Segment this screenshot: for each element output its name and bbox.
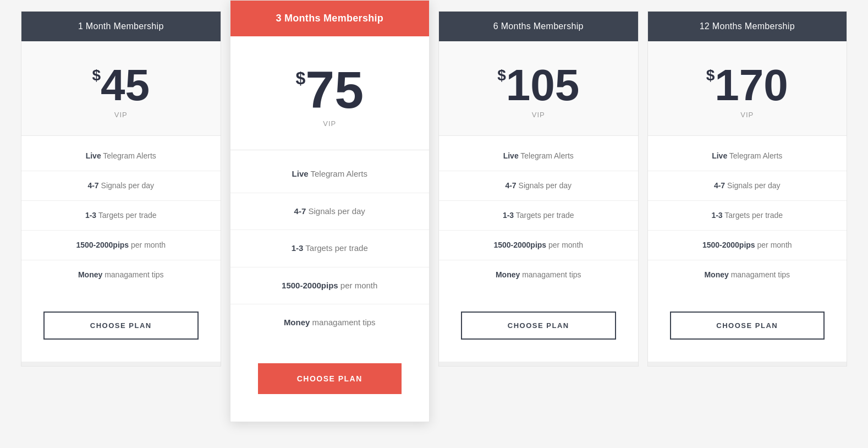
feature-text-3-months-2: Targets per trade (303, 243, 367, 253)
plan-card-3-months: 3 Months Membership$75VIPLive Telegram A… (230, 0, 430, 422)
feature-item-12-months-2: 1-3 Targets per trade (648, 201, 847, 231)
price-label-6-months: VIP (450, 111, 627, 119)
price-display-6-months: $105 (497, 63, 579, 107)
feature-text-3-months-0: Telegram Alerts (309, 169, 367, 178)
feature-item-6-months-0: Live Telegram Alerts (439, 141, 638, 171)
feature-item-1-month-2: 1-3 Targets per trade (21, 201, 221, 231)
feature-text-1-month-2: Targets per trade (96, 211, 156, 220)
feature-text-1-month-1: Signals per day (99, 181, 154, 190)
feature-text-6-months-4: managament tips (520, 270, 581, 279)
feature-bold-6-months-2: 1-3 (503, 211, 514, 220)
plan-price-section-6-months: $105VIP (439, 41, 638, 136)
feature-item-12-months-4: Money managament tips (648, 260, 847, 289)
choose-plan-button-3-months[interactable]: CHOOSE PLAN (258, 363, 402, 394)
feature-item-3-months-0: Live Telegram Alerts (230, 156, 430, 193)
plan-features-1-month: Live Telegram Alerts4-7 Signals per day1… (21, 136, 221, 295)
price-label-1-month: VIP (32, 111, 210, 119)
plan-cta-12-months: CHOOSE PLAN (648, 295, 847, 362)
feature-item-3-months-2: 1-3 Targets per trade (230, 230, 430, 267)
price-dollar-6-months: $ (497, 68, 506, 83)
price-amount-12-months: 170 (715, 63, 788, 107)
choose-plan-button-12-months[interactable]: CHOOSE PLAN (670, 312, 825, 340)
feature-bold-6-months-3: 1500-2000pips (493, 241, 546, 249)
feature-item-6-months-4: Money managament tips (439, 260, 638, 289)
feature-item-12-months-0: Live Telegram Alerts (648, 141, 847, 171)
feature-text-6-months-1: Signals per day (517, 181, 572, 190)
feature-text-3-months-4: managament tips (310, 318, 375, 327)
feature-text-1-month-0: Telegram Alerts (101, 151, 156, 160)
feature-bold-12-months-1: 4-7 (714, 181, 725, 190)
feature-bold-3-months-2: 1-3 (292, 243, 304, 253)
feature-bold-3-months-3: 1500-2000pips (282, 281, 338, 290)
price-display-1-month: $45 (92, 63, 150, 107)
plan-features-12-months: Live Telegram Alerts4-7 Signals per day1… (648, 136, 847, 295)
price-amount-6-months: 105 (506, 63, 579, 107)
feature-text-1-month-4: managament tips (102, 270, 163, 279)
feature-text-6-months-2: Targets per trade (514, 211, 574, 220)
plan-header-12-months: 12 Months Membership (648, 12, 847, 41)
feature-bold-1-month-1: 4-7 (87, 181, 98, 190)
feature-item-6-months-1: 4-7 Signals per day (439, 171, 638, 201)
feature-bold-12-months-2: 1-3 (711, 211, 722, 220)
feature-item-12-months-3: 1500-2000pips per month (648, 231, 847, 260)
price-display-3-months: $75 (296, 64, 364, 116)
choose-plan-button-6-months[interactable]: CHOOSE PLAN (461, 312, 616, 340)
plan-features-3-months: Live Telegram Alerts4-7 Signals per day1… (230, 150, 430, 347)
plan-footer-bar-6-months (439, 362, 638, 366)
plan-header-3-months: 3 Months Membership (230, 1, 430, 36)
feature-item-1-month-4: Money managament tips (21, 260, 221, 289)
feature-text-6-months-3: per month (546, 241, 583, 249)
price-dollar-1-month: $ (92, 68, 101, 83)
price-label-12-months: VIP (659, 111, 836, 119)
feature-text-3-months-3: per month (338, 281, 378, 290)
price-dollar-3-months: $ (296, 69, 306, 87)
plan-cta-1-month: CHOOSE PLAN (21, 295, 221, 362)
feature-text-3-months-1: Signals per day (306, 206, 365, 216)
price-dollar-12-months: $ (706, 68, 715, 83)
plan-card-1-month: 1 Month Membership$45VIPLive Telegram Al… (21, 11, 221, 367)
price-amount-3-months: 75 (305, 64, 364, 116)
feature-item-3-months-3: 1500-2000pips per month (230, 267, 430, 305)
price-label-3-months: VIP (241, 119, 419, 128)
feature-bold-1-month-0: Live (86, 151, 101, 160)
feature-item-3-months-1: 4-7 Signals per day (230, 193, 430, 231)
feature-item-3-months-4: Money managament tips (230, 304, 430, 341)
feature-bold-3-months-4: Money (284, 318, 310, 327)
plan-footer-bar-1-month (21, 362, 221, 366)
plan-cta-3-months: CHOOSE PLAN (230, 347, 430, 422)
price-display-12-months: $170 (706, 63, 788, 107)
plan-price-section-12-months: $170VIP (648, 41, 847, 136)
plan-header-6-months: 6 Months Membership (439, 12, 638, 41)
choose-plan-button-1-month[interactable]: CHOOSE PLAN (43, 312, 199, 340)
feature-text-12-months-3: per month (755, 241, 792, 249)
feature-bold-6-months-0: Live (503, 151, 519, 160)
feature-bold-3-months-0: Live (292, 169, 309, 178)
feature-bold-1-month-2: 1-3 (85, 211, 96, 220)
feature-bold-1-month-3: 1500-2000pips (76, 241, 129, 249)
feature-text-12-months-0: Telegram Alerts (727, 151, 782, 160)
feature-bold-3-months-1: 4-7 (294, 206, 306, 216)
feature-text-12-months-2: Targets per trade (723, 211, 783, 220)
plan-footer-bar-12-months (648, 362, 847, 366)
feature-text-12-months-4: managament tips (729, 270, 790, 279)
plan-price-section-1-month: $45VIP (21, 41, 221, 136)
feature-bold-6-months-1: 4-7 (505, 181, 516, 190)
feature-text-1-month-3: per month (129, 241, 166, 249)
plan-card-6-months: 6 Months Membership$105VIPLive Telegram … (438, 11, 639, 367)
feature-text-12-months-1: Signals per day (725, 181, 780, 190)
plan-features-6-months: Live Telegram Alerts4-7 Signals per day1… (439, 136, 638, 295)
price-amount-1-month: 45 (101, 63, 150, 107)
feature-item-1-month-0: Live Telegram Alerts (21, 141, 221, 171)
feature-text-6-months-0: Telegram Alerts (519, 151, 574, 160)
feature-item-6-months-3: 1500-2000pips per month (439, 231, 638, 260)
plan-header-1-month: 1 Month Membership (21, 12, 221, 41)
feature-item-1-month-3: 1500-2000pips per month (21, 231, 221, 260)
plan-price-section-3-months: $75VIP (230, 36, 430, 150)
feature-bold-12-months-0: Live (712, 151, 727, 160)
plan-card-12-months: 12 Months Membership$170VIPLive Telegram… (647, 11, 848, 367)
pricing-table: 1 Month Membership$45VIPLive Telegram Al… (0, 11, 868, 422)
plan-cta-6-months: CHOOSE PLAN (439, 295, 638, 362)
feature-bold-1-month-4: Money (78, 270, 102, 279)
feature-bold-6-months-4: Money (496, 270, 520, 279)
feature-item-1-month-1: 4-7 Signals per day (21, 171, 221, 201)
